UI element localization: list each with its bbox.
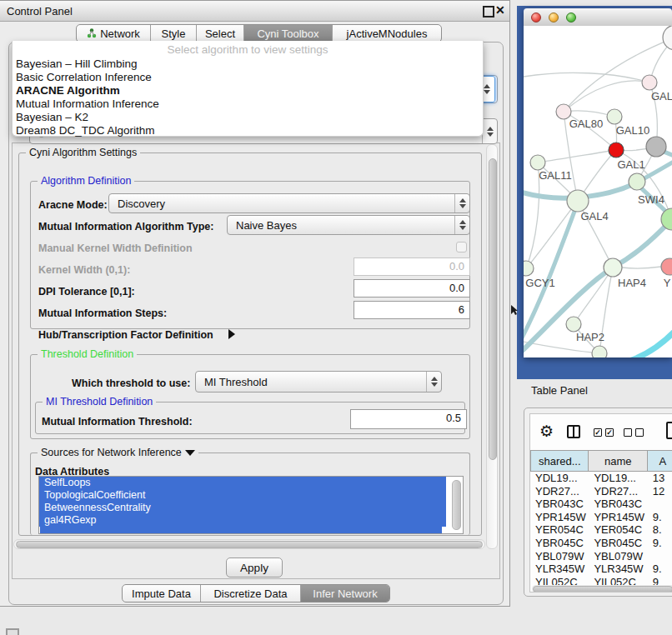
combobox-stepper[interactable]: [454, 194, 469, 212]
close-traffic-light[interactable]: [531, 12, 541, 22]
table-row[interactable]: YBL079WYBL079W: [530, 550, 672, 563]
attribute-item-betweennesscentrality[interactable]: BetweennessCentrality: [39, 502, 446, 514]
network-edge[interactable]: [526, 201, 578, 268]
table-body: YDL19...YDL19...13YDR27...YDR27...12YBR0…: [530, 472, 672, 588]
tab-style[interactable]: Style: [151, 25, 197, 42]
float-window-icon[interactable]: [483, 6, 494, 18]
settings-vertical-scrollbar[interactable]: [486, 144, 498, 549]
mi-steps-field[interactable]: 6: [354, 301, 470, 319]
hub-definition-label[interactable]: Hub/Transcription Factor Definition: [38, 329, 213, 341]
network-edge[interactable]: [538, 150, 616, 162]
network-node-gal[interactable]: [642, 75, 657, 90]
network-node-gal10[interactable]: [607, 109, 622, 124]
network-edge[interactable]: [627, 319, 672, 358]
mi-algorithm-type-label: Mutual Information Algorithm Type:: [38, 221, 213, 232]
network-edge[interactable]: [622, 267, 661, 268]
network-node-gcy1[interactable]: [524, 261, 534, 276]
network-node-hap4[interactable]: [604, 258, 622, 277]
algorithm-option-dream8-dc-tdc-algorithm[interactable]: Dream8 DC_TDC Algorithm: [13, 124, 483, 138]
algorithm-option-bayesian-k2[interactable]: Bayesian – K2: [13, 111, 483, 124]
network-node[interactable]: [663, 26, 672, 50]
gear-icon[interactable]: ⚙: [539, 423, 554, 439]
dpi-tolerance-field[interactable]: 0.0: [354, 279, 470, 298]
mi-algorithm-type-combobox[interactable]: Naive Bayes: [227, 215, 470, 235]
threshold-definition-title: Threshold Definition: [38, 348, 137, 360]
column-header-shared-[interactable]: shared...: [530, 450, 589, 472]
network-tab-icon: [87, 28, 97, 38]
document-icon[interactable]: [666, 422, 672, 439]
tab-infer-network[interactable]: Infer Network: [301, 585, 389, 602]
tab-cyni-toolbox[interactable]: Cyni Toolbox: [244, 25, 333, 42]
algorithm-option-bayesian-hill-climbing[interactable]: Bayesian – Hill Climbing: [13, 58, 483, 71]
tab-network[interactable]: Network: [77, 25, 151, 42]
table-row[interactable]: YLR345WYLR345W9.: [530, 562, 672, 576]
settings-horizontal-scrollbar[interactable]: [13, 539, 485, 549]
table-cell: 9.: [648, 537, 672, 550]
node-label: GAL4: [580, 210, 608, 222]
network-node-gal4[interactable]: [567, 190, 589, 212]
minimized-panel-icon[interactable]: [6, 628, 19, 635]
columns-icon[interactable]: [567, 425, 580, 438]
network-node-y[interactable]: [661, 258, 672, 275]
apply-button[interactable]: Apply: [226, 558, 283, 578]
network-window-titlebar[interactable]: [524, 8, 672, 27]
network-canvas[interactable]: GALGAL80GAL10GAL1GAL11SWI4GAL4GCY1HAP4YH…: [524, 26, 672, 358]
which-threshold-label: Which threshold to use:: [72, 378, 190, 389]
expand-right-icon[interactable]: [228, 329, 235, 339]
table-horizontal-scrollbar-thumb[interactable]: [533, 586, 672, 592]
network-edge[interactable]: [526, 162, 539, 268]
attributes-scrollbar-thumb[interactable]: [452, 480, 461, 530]
network-node-gal11[interactable]: [530, 155, 545, 170]
zoom-traffic-light[interactable]: [566, 12, 576, 22]
network-node[interactable]: [592, 346, 607, 358]
select-all-columns-icon[interactable]: ✓✓: [594, 428, 614, 437]
algorithm-option-basic-correlation-inference[interactable]: Basic Correlation Inference: [13, 71, 483, 84]
network-edge[interactable]: [613, 219, 672, 268]
table-horizontal-scrollbar[interactable]: [532, 585, 672, 592]
column-header-a[interactable]: A: [648, 450, 672, 472]
network-node-swi4[interactable]: [629, 173, 645, 190]
table-cell: [648, 550, 672, 563]
list-item-partial[interactable]: [40, 527, 442, 534]
table-row[interactable]: YBR043CYBR043C: [530, 498, 672, 511]
algorithm-option-aracne-algorithm[interactable]: ARACNE Algorithm: [13, 84, 483, 98]
attribute-item-topologicalcoefficient[interactable]: TopologicalCoefficient: [39, 489, 446, 502]
table-row[interactable]: YER054CYER054C8.: [530, 523, 672, 537]
table-row[interactable]: YPR145WYPR145W9.: [530, 511, 672, 524]
combobox-stepper[interactable]: [426, 372, 441, 392]
network-node-gal1[interactable]: [609, 142, 624, 158]
table-row[interactable]: YBR045CYBR045C9.: [530, 537, 672, 550]
minimize-traffic-light[interactable]: [549, 12, 559, 22]
data-attributes-list[interactable]: SelfLoopsTopologicalCoefficientBetweenne…: [38, 476, 464, 534]
algorithm-option-mutual-information-inference[interactable]: Mutual Information Inference: [13, 98, 483, 111]
tab-select[interactable]: Select: [197, 25, 244, 42]
table-row[interactable]: YDR27...YDR27...12: [530, 485, 672, 498]
tab-impute-data[interactable]: Impute Data: [123, 585, 201, 602]
settings-vertical-scrollbar-thumb[interactable]: [489, 158, 497, 460]
tab-discretize-data[interactable]: Discretize Data: [201, 585, 301, 602]
table-cell: YBR043C: [589, 498, 647, 511]
mi-threshold-field[interactable]: 0.5: [350, 409, 467, 429]
attribute-item-selfloops[interactable]: SelfLoops: [39, 477, 446, 489]
tab-jactivemnodules[interactable]: jActiveMNodules: [333, 25, 441, 42]
combobox-stepper[interactable]: [482, 119, 497, 143]
collapse-down-icon[interactable]: [185, 450, 195, 456]
manual-kernel-width-checkbox[interactable]: [456, 242, 467, 252]
network-node-hap2[interactable]: [566, 317, 581, 332]
network-edge[interactable]: [564, 81, 649, 112]
column-header-name[interactable]: name: [589, 450, 647, 472]
table-row[interactable]: YDL19...YDL19...13: [530, 472, 672, 485]
network-node[interactable]: [646, 137, 666, 157]
mi-threshold-definition-title: MI Threshold Definition: [43, 396, 156, 408]
mi-threshold-label: Mutual Information Threshold:: [42, 416, 193, 428]
table-cell: YPR145W: [589, 511, 647, 524]
which-threshold-combobox[interactable]: MI Threshold: [195, 371, 442, 392]
kernel-width-field[interactable]: 0.0: [354, 258, 470, 276]
attribute-item-gal4rgexp[interactable]: gal4RGexp: [39, 514, 446, 527]
settings-horizontal-scrollbar-thumb[interactable]: [16, 541, 483, 548]
close-icon[interactable]: ✕: [495, 3, 505, 17]
mi-steps-label: Mutual Information Steps:: [38, 308, 167, 319]
aracne-mode-combobox[interactable]: Discovery: [108, 193, 470, 213]
deselect-all-columns-icon[interactable]: [624, 428, 644, 437]
combobox-stepper[interactable]: [454, 216, 469, 234]
